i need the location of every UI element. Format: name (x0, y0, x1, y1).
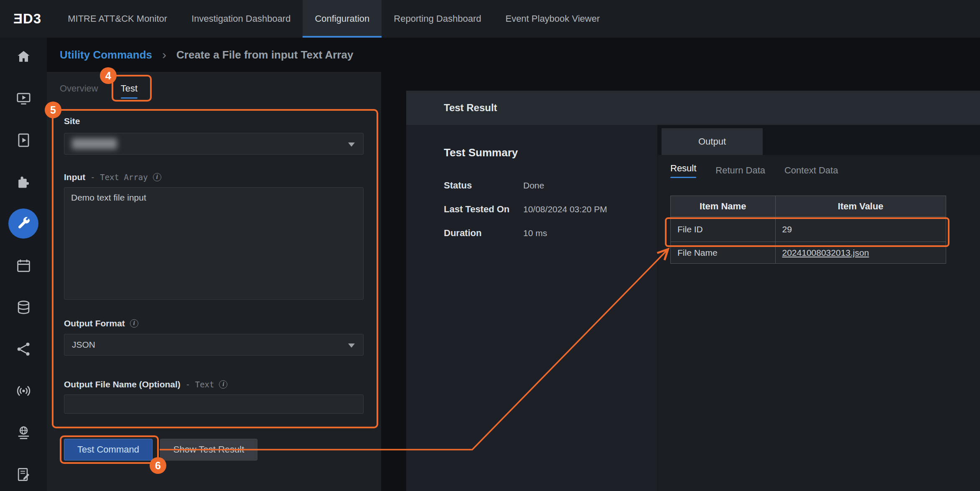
file-play-icon (16, 132, 31, 148)
calendar-icon (16, 258, 31, 273)
sidebar-item-geolocation[interactable] (8, 417, 38, 448)
nav-reporting-dashboard[interactable]: Reporting Dashboard (382, 0, 493, 38)
last-tested-value: 10/08/2024 03:20 PM (523, 204, 607, 215)
globe-icon (16, 425, 31, 440)
site-dropdown[interactable] (64, 133, 364, 155)
site-value-masked (72, 138, 117, 149)
summary-row-status: Status Done (444, 180, 607, 191)
d3-logo-mark: Ǝ (13, 11, 23, 27)
sidebar-item-broadcast[interactable] (8, 376, 38, 406)
input-label: Input - Text Array (64, 172, 161, 182)
result-sub-tabs: Result Return Data Context Data (658, 155, 980, 186)
tab-return-data[interactable]: Return Data (715, 165, 765, 176)
output-tab-strip: Output (658, 125, 980, 155)
file-name-link[interactable]: 20241008032013.json (782, 248, 869, 257)
file-name-name-cell: File Name (671, 242, 776, 264)
table-row-file-id: File ID 29 (671, 217, 946, 242)
nav-investigation-dashboard[interactable]: Investigation Dashboard (179, 0, 303, 38)
column-header-item-value: Item Value (775, 196, 946, 217)
test-summary: Test Summary Status Done Last Tested On … (444, 146, 607, 252)
sidebar-item-incident-playback[interactable] (8, 83, 38, 113)
wrench-icon (16, 216, 31, 232)
tab-output[interactable]: Output (662, 128, 763, 155)
file-name-value-cell: 20241008032013.json (775, 242, 946, 264)
table-row-file-name: File Name 20241008032013.json (671, 242, 946, 264)
output-format-value: JSON (72, 340, 95, 350)
input-text-array-field[interactable]: Demo text file input (64, 187, 364, 300)
output-format-label: Output Format (64, 318, 138, 328)
nav-mitre-attack-monitor[interactable]: MITRE ATT&CK Monitor (56, 0, 179, 38)
test-command-button[interactable]: Test Command (64, 439, 153, 460)
puzzle-icon (16, 174, 31, 190)
document-edit-icon (16, 467, 31, 482)
summary-row-duration: Duration 10 ms (444, 228, 607, 239)
test-result-panel: Test Result Test Summary Status Done Las… (406, 91, 980, 491)
d3-logo-text: D3 (23, 11, 41, 27)
left-icon-sidebar (0, 38, 47, 491)
sidebar-item-event-playback[interactable] (8, 125, 38, 155)
duration-value: 10 ms (523, 228, 547, 239)
tab-overview[interactable]: Overview (60, 83, 98, 99)
input-type-hint: - Text Array (90, 173, 148, 182)
monitor-play-icon (16, 91, 31, 106)
sidebar-item-home[interactable] (8, 41, 38, 71)
sidebar-item-connections[interactable] (8, 334, 38, 364)
output-section: Output Result Return Data Context Data I… (657, 125, 980, 491)
show-test-result-button[interactable]: Show Test Result (160, 439, 257, 460)
result-table: Item Name Item Value File ID 29 File Nam… (670, 196, 946, 264)
output-file-name-input[interactable] (64, 394, 364, 414)
info-icon[interactable] (130, 319, 138, 328)
broadcast-icon (16, 383, 31, 399)
share-network-icon (16, 341, 31, 357)
status-value: Done (523, 180, 544, 191)
home-icon (16, 49, 31, 64)
top-navigation-bar: Ǝ D3 MITRE ATT&CK Monitor Investigation … (0, 0, 980, 38)
breadcrumb-utility-commands[interactable]: Utility Commands (60, 48, 152, 61)
result-table-header-row: Item Name Item Value (671, 196, 946, 217)
breadcrumb-separator-icon: › (162, 48, 166, 61)
test-result-header: Test Result (406, 91, 980, 125)
output-file-type-hint: - Text (186, 380, 214, 389)
nav-configuration[interactable]: Configuration (303, 0, 382, 38)
d3-logo[interactable]: Ǝ D3 (0, 0, 56, 38)
column-header-item-name: Item Name (671, 196, 776, 217)
sidebar-item-data-management[interactable] (8, 292, 38, 322)
file-id-name-cell: File ID (671, 217, 776, 242)
nav-event-playbook-viewer[interactable]: Event Playbook Viewer (493, 0, 612, 38)
site-label: Site (64, 116, 80, 126)
page-title: Create a File from input Text Array (176, 48, 353, 61)
sidebar-item-integrations[interactable] (8, 167, 38, 197)
info-icon[interactable] (153, 173, 161, 181)
sidebar-item-audit-log[interactable] (8, 459, 38, 489)
sidebar-item-utility-commands[interactable] (8, 209, 38, 239)
file-id-value-cell: 29 (775, 217, 946, 242)
panel-tabs: Overview Test (60, 83, 137, 99)
sidebar-item-schedule[interactable] (8, 250, 38, 280)
summary-row-last-tested: Last Tested On 10/08/2024 03:20 PM (444, 204, 607, 215)
info-icon[interactable] (219, 380, 227, 389)
breadcrumb: Utility Commands › Create a File from in… (60, 38, 353, 72)
test-summary-title: Test Summary (444, 146, 607, 159)
output-file-name-label: Output File Name (Optional) - Text (64, 379, 227, 389)
tab-result[interactable]: Result (670, 163, 696, 178)
tab-context-data[interactable]: Context Data (784, 165, 838, 176)
tab-test[interactable]: Test (121, 83, 137, 99)
output-format-dropdown[interactable]: JSON (64, 334, 364, 356)
database-icon (16, 300, 31, 315)
command-test-panel: Overview Test Site Input - Text Array De… (47, 72, 381, 491)
